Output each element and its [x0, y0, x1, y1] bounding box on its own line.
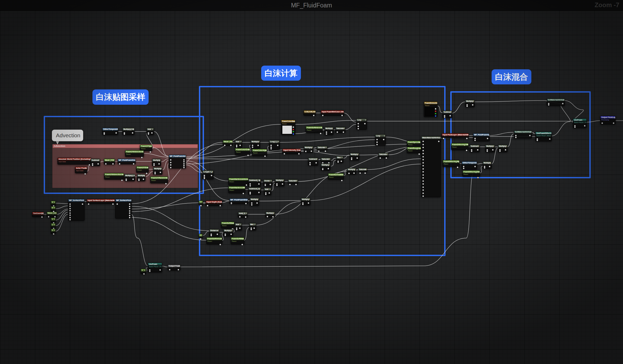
input-pin[interactable] — [357, 128, 359, 130]
node-add[interactable]: Add▼ — [264, 188, 271, 195]
chevron-down-icon[interactable]: ▼ — [231, 229, 233, 232]
node-saturate[interactable]: Saturate▼ — [335, 127, 345, 133]
chevron-down-icon[interactable]: ▼ — [240, 223, 241, 226]
input-pin[interactable] — [224, 144, 226, 146]
output-pin[interactable] — [149, 151, 151, 153]
node-multiply-1[interactable]: Multiply(,-1)▼ — [124, 174, 135, 181]
input-pin[interactable] — [474, 139, 476, 141]
output-pin[interactable] — [133, 163, 135, 165]
chevron-down-icon[interactable]: ▼ — [150, 145, 152, 148]
chevron-down-icon[interactable]: ▼ — [457, 160, 459, 163]
chevron-down-icon[interactable]: ▼ — [316, 158, 318, 161]
output-pin[interactable] — [257, 144, 259, 146]
input-pin[interactable] — [305, 151, 307, 152]
chevron-down-icon[interactable]: ▼ — [343, 127, 345, 130]
chevron-down-icon[interactable]: ▼ — [478, 145, 479, 148]
output-pin[interactable] — [97, 163, 99, 165]
chevron-down-icon[interactable]: ▼ — [132, 128, 134, 131]
input-pin[interactable] — [463, 166, 465, 167]
output-pin[interactable] — [549, 138, 551, 140]
output-pin[interactable] — [158, 163, 160, 165]
output-pin[interactable] — [129, 210, 131, 212]
node-multiply-0-1[interactable]: Multiply(,0.1)▼ — [122, 128, 135, 135]
node-subtract[interactable]: Subtract▼ — [91, 159, 100, 166]
input-pin[interactable] — [170, 162, 172, 163]
output-pin[interactable] — [466, 149, 468, 151]
output-pin[interactable] — [121, 179, 123, 181]
chevron-down-icon[interactable]: ▼ — [54, 218, 55, 221]
input-pin[interactable] — [337, 161, 339, 163]
chevron-down-icon[interactable]: ▼ — [113, 159, 114, 162]
color-swatch[interactable] — [425, 107, 434, 116]
input-pin[interactable] — [252, 144, 253, 146]
output-pin[interactable] — [159, 269, 161, 271]
output-pin[interactable] — [342, 131, 344, 133]
input-pin[interactable] — [265, 193, 267, 195]
input-pin[interactable] — [351, 158, 353, 160]
output-pin[interactable] — [41, 216, 43, 218]
input-pin[interactable] — [422, 159, 424, 161]
node-multiply[interactable]: Multiply▼ — [347, 168, 356, 174]
output-pin[interactable] — [129, 217, 131, 219]
node-multiply[interactable]: Multiply▼ — [498, 145, 508, 152]
input-pin[interactable] — [69, 214, 71, 216]
node-1[interactable]: 1▼ — [51, 218, 56, 223]
chevron-down-icon[interactable]: ▼ — [354, 168, 355, 171]
node-input-fluidlayer-materialattributes[interactable]: Input FluidLayer (MaterialAttributes)▼ — [442, 133, 469, 138]
output-pin[interactable] — [341, 180, 343, 181]
chevron-down-icon[interactable]: ▼ — [493, 145, 494, 148]
input-pin[interactable] — [210, 235, 212, 236]
input-pin[interactable] — [536, 139, 538, 141]
node-multiply[interactable]: Multiply▼ — [321, 163, 330, 170]
chevron-down-icon[interactable]: ▼ — [54, 224, 55, 226]
output-pin[interactable] — [331, 131, 332, 133]
input-pin[interactable] — [376, 141, 378, 143]
node-foamcolordetail[interactable]: FoamColorDetail▼Param — [235, 148, 250, 155]
output-pin[interactable] — [272, 216, 274, 218]
node-multiply[interactable]: Multiply▼ — [251, 140, 260, 148]
node-mask-r[interactable]: Mask ( R )▼ — [47, 212, 57, 217]
input-pin[interactable] — [376, 139, 378, 140]
node-add-1[interactable]: Add(,1)▼ — [238, 212, 248, 218]
output-pin[interactable] — [438, 140, 440, 142]
input-pin[interactable] — [48, 216, 50, 218]
chevron-down-icon[interactable]: ▼ — [242, 238, 244, 240]
input-pin[interactable] — [443, 138, 444, 139]
chevron-down-icon[interactable]: ▼ — [282, 179, 284, 182]
node-input-depth-scalar[interactable]: Input Depth (Scalar)▼ — [206, 201, 222, 206]
node-mf-fluidfoamdistortion[interactable]: MF_FluidFoamDistortion — [118, 159, 136, 164]
node-1[interactable]: 1▼ — [51, 223, 56, 228]
input-pin[interactable] — [359, 172, 361, 174]
node-saturate[interactable]: Saturate▼ — [358, 168, 367, 172]
input-pin[interactable] — [249, 183, 251, 185]
chevron-down-icon[interactable]: ▼ — [365, 119, 366, 121]
node-multiply[interactable]: Multiply▼ — [304, 146, 313, 152]
node-saturate[interactable]: Saturate▼ — [288, 179, 298, 184]
node-0[interactable]: 0▼ — [199, 201, 203, 205]
chevron-down-icon[interactable]: ▼ — [270, 180, 272, 182]
output-pin[interactable] — [146, 172, 148, 174]
node-0[interactable]: 0▼ — [51, 206, 56, 211]
output-pin[interactable] — [183, 161, 185, 163]
input-pin[interactable] — [170, 167, 172, 169]
chevron-down-icon[interactable]: ▼ — [342, 111, 344, 113]
chevron-down-icon[interactable]: ▼ — [113, 199, 114, 202]
output-pin[interactable] — [143, 273, 145, 275]
input-pin[interactable] — [203, 178, 205, 179]
chevron-down-icon[interactable]: ▼ — [325, 146, 327, 149]
output-pin[interactable] — [129, 215, 131, 216]
input-pin[interactable] — [69, 205, 71, 207]
output-pin[interactable] — [53, 211, 55, 212]
input-pin[interactable] — [376, 144, 378, 145]
output-pin[interactable] — [356, 157, 358, 159]
chevron-down-icon[interactable]: ▼ — [85, 167, 87, 170]
node-0[interactable]: 0▼ — [51, 229, 56, 234]
input-pin[interactable] — [276, 184, 278, 186]
node-input-surfacelayer-materialattributes[interactable]: Input SurfaceLayer (MaterialAttributes)▼ — [87, 199, 115, 204]
output-pin[interactable] — [529, 135, 531, 136]
chevron-down-icon[interactable]: ▼ — [328, 164, 330, 166]
chevron-down-icon[interactable]: ▼ — [217, 229, 219, 232]
chevron-down-icon[interactable]: ▼ — [341, 156, 343, 159]
chevron-down-icon[interactable]: ▼ — [248, 148, 250, 151]
chevron-down-icon[interactable]: ▼ — [314, 111, 315, 113]
